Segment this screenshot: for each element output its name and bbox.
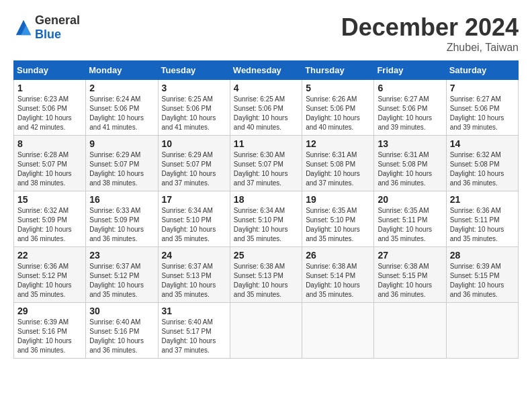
calendar-day-cell: 2 Sunrise: 6:24 AMSunset: 5:06 PMDayligh… <box>86 80 158 136</box>
day-sunrise: Sunrise: 6:36 AMSunset: 5:12 PMDaylight:… <box>17 263 72 298</box>
day-number: 27 <box>378 250 442 261</box>
day-number: 17 <box>162 194 226 205</box>
day-number: 8 <box>17 138 82 149</box>
day-sunrise: Sunrise: 6:36 AMSunset: 5:11 PMDaylight:… <box>450 207 504 242</box>
weekday-header: Monday <box>86 61 158 80</box>
day-number: 13 <box>378 138 442 149</box>
day-number: 16 <box>89 194 154 205</box>
day-sunrise: Sunrise: 6:39 AMSunset: 5:16 PMDaylight:… <box>17 318 72 354</box>
calendar-week-row: 29 Sunrise: 6:39 AMSunset: 5:16 PMDaylig… <box>14 303 519 359</box>
weekday-header: Wednesday <box>230 61 302 80</box>
calendar-day-cell: 12 Sunrise: 6:31 AMSunset: 5:08 PMDaylig… <box>302 136 374 191</box>
calendar-day-cell <box>302 303 374 359</box>
calendar-day-cell <box>374 303 446 359</box>
day-number: 5 <box>306 83 370 93</box>
calendar-day-cell: 14 Sunrise: 6:32 AMSunset: 5:08 PMDaylig… <box>446 136 518 191</box>
day-number: 20 <box>378 194 442 205</box>
calendar-day-cell: 16 Sunrise: 6:33 AMSunset: 5:09 PMDaylig… <box>86 191 158 247</box>
day-number: 23 <box>89 250 154 261</box>
calendar-day-cell: 9 Sunrise: 6:29 AMSunset: 5:07 PMDayligh… <box>86 136 158 191</box>
day-sunrise: Sunrise: 6:38 AMSunset: 5:15 PMDaylight:… <box>378 263 432 298</box>
day-sunrise: Sunrise: 6:23 AMSunset: 5:06 PMDaylight:… <box>17 95 72 131</box>
day-number: 3 <box>162 83 226 93</box>
day-number: 2 <box>89 83 154 93</box>
day-sunrise: Sunrise: 6:38 AMSunset: 5:14 PMDaylight:… <box>306 263 360 298</box>
day-number: 10 <box>162 138 226 149</box>
day-number: 30 <box>89 306 154 316</box>
calendar-day-cell: 6 Sunrise: 6:27 AMSunset: 5:06 PMDayligh… <box>374 80 446 136</box>
day-number: 1 <box>17 83 82 93</box>
day-number: 18 <box>234 194 298 205</box>
calendar-day-cell: 10 Sunrise: 6:29 AMSunset: 5:07 PMDaylig… <box>158 136 230 191</box>
month-title: December 2024 <box>341 13 519 42</box>
day-number: 9 <box>89 138 154 149</box>
day-sunrise: Sunrise: 6:31 AMSunset: 5:08 PMDaylight:… <box>378 151 432 187</box>
calendar-day-cell: 21 Sunrise: 6:36 AMSunset: 5:11 PMDaylig… <box>446 191 518 247</box>
calendar-day-cell: 1 Sunrise: 6:23 AMSunset: 5:06 PMDayligh… <box>14 80 86 136</box>
day-sunrise: Sunrise: 6:25 AMSunset: 5:06 PMDaylight:… <box>162 95 216 131</box>
calendar-week-row: 15 Sunrise: 6:32 AMSunset: 5:09 PMDaylig… <box>14 191 519 247</box>
weekday-header: Tuesday <box>158 61 230 80</box>
calendar-day-cell: 15 Sunrise: 6:32 AMSunset: 5:09 PMDaylig… <box>14 191 86 247</box>
day-number: 25 <box>234 250 298 261</box>
calendar-day-cell: 29 Sunrise: 6:39 AMSunset: 5:16 PMDaylig… <box>14 303 86 359</box>
logo-icon <box>13 17 34 38</box>
calendar-day-cell: 25 Sunrise: 6:38 AMSunset: 5:13 PMDaylig… <box>230 247 302 303</box>
logo-text: General Blue <box>35 13 80 42</box>
calendar-day-cell: 27 Sunrise: 6:38 AMSunset: 5:15 PMDaylig… <box>374 247 446 303</box>
weekday-header: Saturday <box>446 61 518 80</box>
calendar-day-cell: 24 Sunrise: 6:37 AMSunset: 5:13 PMDaylig… <box>158 247 230 303</box>
day-number: 6 <box>378 83 442 93</box>
day-sunrise: Sunrise: 6:29 AMSunset: 5:07 PMDaylight:… <box>162 151 216 187</box>
day-sunrise: Sunrise: 6:32 AMSunset: 5:09 PMDaylight:… <box>17 207 72 242</box>
calendar-day-cell: 11 Sunrise: 6:30 AMSunset: 5:07 PMDaylig… <box>230 136 302 191</box>
day-sunrise: Sunrise: 6:34 AMSunset: 5:10 PMDaylight:… <box>162 207 216 242</box>
calendar-day-cell: 5 Sunrise: 6:26 AMSunset: 5:06 PMDayligh… <box>302 80 374 136</box>
day-sunrise: Sunrise: 6:25 AMSunset: 5:06 PMDaylight:… <box>234 95 288 131</box>
day-sunrise: Sunrise: 6:34 AMSunset: 5:10 PMDaylight:… <box>234 207 288 242</box>
day-sunrise: Sunrise: 6:27 AMSunset: 5:06 PMDaylight:… <box>378 95 432 131</box>
calendar-day-cell <box>230 303 302 359</box>
day-sunrise: Sunrise: 6:26 AMSunset: 5:06 PMDaylight:… <box>306 95 360 131</box>
day-sunrise: Sunrise: 6:35 AMSunset: 5:10 PMDaylight:… <box>306 207 360 242</box>
location: Zhubei, Taiwan <box>341 42 519 54</box>
day-sunrise: Sunrise: 6:40 AMSunset: 5:17 PMDaylight:… <box>162 318 216 354</box>
calendar-day-cell: 18 Sunrise: 6:34 AMSunset: 5:10 PMDaylig… <box>230 191 302 247</box>
day-sunrise: Sunrise: 6:33 AMSunset: 5:09 PMDaylight:… <box>89 207 144 242</box>
calendar-day-cell: 28 Sunrise: 6:39 AMSunset: 5:15 PMDaylig… <box>446 247 518 303</box>
calendar-day-cell: 17 Sunrise: 6:34 AMSunset: 5:10 PMDaylig… <box>158 191 230 247</box>
day-sunrise: Sunrise: 6:29 AMSunset: 5:07 PMDaylight:… <box>89 151 144 187</box>
calendar-day-cell: 31 Sunrise: 6:40 AMSunset: 5:17 PMDaylig… <box>158 303 230 359</box>
day-number: 31 <box>162 306 226 316</box>
calendar-header-row: SundayMondayTuesdayWednesdayThursdayFrid… <box>14 61 519 80</box>
day-number: 29 <box>17 306 82 316</box>
calendar-day-cell: 3 Sunrise: 6:25 AMSunset: 5:06 PMDayligh… <box>158 80 230 136</box>
day-number: 14 <box>450 138 515 149</box>
calendar-day-cell: 8 Sunrise: 6:28 AMSunset: 5:07 PMDayligh… <box>14 136 86 191</box>
day-number: 7 <box>450 83 515 93</box>
day-number: 4 <box>234 83 298 93</box>
page-header: General Blue December 2024 Zhubei, Taiwa… <box>13 13 519 54</box>
title-area: December 2024 Zhubei, Taiwan <box>341 13 519 54</box>
calendar-day-cell: 13 Sunrise: 6:31 AMSunset: 5:08 PMDaylig… <box>374 136 446 191</box>
calendar-day-cell: 30 Sunrise: 6:40 AMSunset: 5:16 PMDaylig… <box>86 303 158 359</box>
calendar-day-cell: 4 Sunrise: 6:25 AMSunset: 5:06 PMDayligh… <box>230 80 302 136</box>
day-number: 22 <box>17 250 82 261</box>
day-number: 19 <box>306 194 370 205</box>
day-sunrise: Sunrise: 6:37 AMSunset: 5:13 PMDaylight:… <box>162 263 216 298</box>
calendar-table: SundayMondayTuesdayWednesdayThursdayFrid… <box>13 60 519 359</box>
calendar-week-row: 8 Sunrise: 6:28 AMSunset: 5:07 PMDayligh… <box>14 136 519 191</box>
weekday-header: Thursday <box>302 61 374 80</box>
day-sunrise: Sunrise: 6:31 AMSunset: 5:08 PMDaylight:… <box>306 151 360 187</box>
day-sunrise: Sunrise: 6:40 AMSunset: 5:16 PMDaylight:… <box>89 318 144 354</box>
logo: General Blue <box>13 13 80 42</box>
day-number: 28 <box>450 250 515 261</box>
calendar-day-cell: 26 Sunrise: 6:38 AMSunset: 5:14 PMDaylig… <box>302 247 374 303</box>
day-sunrise: Sunrise: 6:32 AMSunset: 5:08 PMDaylight:… <box>450 151 504 187</box>
weekday-header: Sunday <box>14 61 86 80</box>
calendar-day-cell: 7 Sunrise: 6:27 AMSunset: 5:06 PMDayligh… <box>446 80 518 136</box>
day-number: 11 <box>234 138 298 149</box>
day-number: 26 <box>306 250 370 261</box>
day-sunrise: Sunrise: 6:39 AMSunset: 5:15 PMDaylight:… <box>450 263 504 298</box>
calendar-day-cell <box>446 303 518 359</box>
